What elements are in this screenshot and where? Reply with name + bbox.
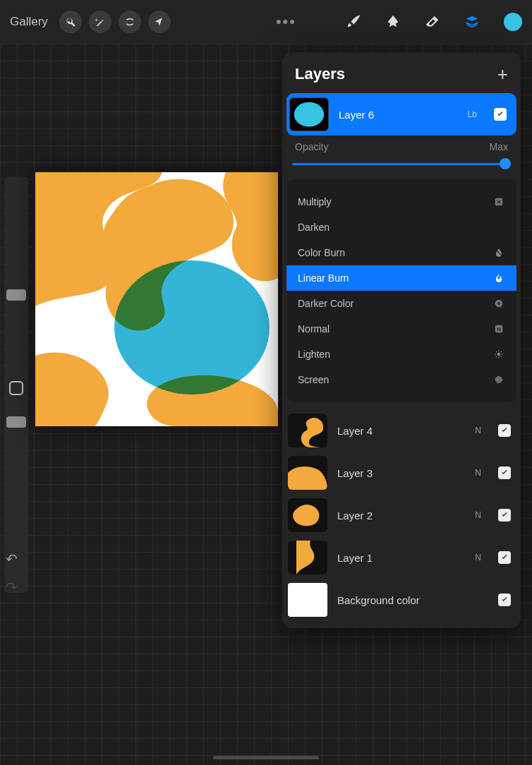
blend-mode-item[interactable]: Darken xyxy=(286,215,516,240)
undo-redo-group: ↶ ↷ xyxy=(6,550,18,596)
layer-row[interactable]: Layer 2N xyxy=(282,494,521,536)
moon-icon xyxy=(492,221,505,234)
layer-name: Layer 1 xyxy=(337,552,465,564)
layer-thumbnail xyxy=(288,498,327,532)
blend-mode-label: Color Burn xyxy=(298,247,345,258)
modifier-button[interactable] xyxy=(9,381,23,395)
layer-name: Layer 2 xyxy=(337,510,465,522)
N-icon: N xyxy=(492,323,505,335)
top-toolbar: Gallery ••• xyxy=(0,0,532,44)
layer-blendmode-tag: N xyxy=(475,553,481,562)
svg-text:N: N xyxy=(497,326,500,332)
wrench-icon[interactable] xyxy=(59,11,82,33)
blend-mode-label: Lighten xyxy=(298,349,330,360)
selection-icon[interactable] xyxy=(119,11,141,33)
flame-icon xyxy=(492,272,505,284)
canvas[interactable] xyxy=(35,172,278,426)
blend-mode-item[interactable]: Multiply xyxy=(286,189,516,215)
layer-blendmode-tag: N xyxy=(475,426,481,435)
layer-name: Layer 6 xyxy=(339,109,458,121)
blend-mode-label: Multiply xyxy=(298,196,331,207)
layers-icon[interactable] xyxy=(461,11,483,32)
eraser-icon[interactable] xyxy=(422,11,443,32)
layer-visibility-checkbox[interactable] xyxy=(498,594,511,606)
layer-name: Layer 4 xyxy=(337,425,465,437)
blend-mode-item[interactable]: Lighten xyxy=(286,342,516,367)
blend-mode-item[interactable]: Linear Burn xyxy=(286,265,516,291)
opacity-label: Opacity xyxy=(295,141,328,152)
sun-icon xyxy=(492,348,505,361)
plus-icon xyxy=(492,297,505,310)
brush-opacity-thumb[interactable] xyxy=(6,416,26,428)
smudge-icon[interactable] xyxy=(382,11,404,32)
blend-mode-label: Normal xyxy=(298,323,330,335)
svg-point-1 xyxy=(114,260,270,394)
layer-thumbnail xyxy=(288,541,327,574)
blend-mode-label: Darken xyxy=(298,222,330,233)
svg-point-2 xyxy=(294,102,324,127)
add-layer-button[interactable]: + xyxy=(497,67,508,81)
layer-row[interactable]: Layer 1N xyxy=(282,536,521,579)
blend-mode-label: Linear Burn xyxy=(298,272,349,284)
layer-thumbnail xyxy=(288,414,327,447)
left-slider-rail[interactable] xyxy=(4,176,28,593)
layer-thumbnail xyxy=(289,97,329,131)
move-icon[interactable] xyxy=(148,11,171,33)
hatch-icon xyxy=(492,373,505,386)
brush-size-thumb[interactable] xyxy=(6,289,26,301)
blend-mode-item[interactable]: Screen xyxy=(286,367,516,392)
undo-icon[interactable]: ↶ xyxy=(6,550,18,567)
layers-panel: Layers + Layer 6 Lb Opacity Max Multiply… xyxy=(282,52,521,628)
opacity-slider[interactable] xyxy=(292,155,511,172)
x-icon xyxy=(492,195,505,208)
layer-thumbnail xyxy=(288,583,327,617)
brush-icon[interactable] xyxy=(343,11,364,32)
layer-blendmode-tag: N xyxy=(475,468,481,478)
layer-name: Background color xyxy=(337,594,488,606)
layer-row-selected[interactable]: Layer 6 Lb xyxy=(286,93,516,135)
svg-point-7 xyxy=(497,353,501,356)
layer-row[interactable]: Layer 4N xyxy=(282,409,521,452)
wand-icon[interactable] xyxy=(89,11,111,33)
layer-blendmode-tag: Lb xyxy=(468,109,477,119)
blend-mode-label: Screen xyxy=(298,374,329,385)
more-icon[interactable]: ••• xyxy=(276,13,296,31)
layer-visibility-checkbox[interactable] xyxy=(498,466,511,479)
layer-name: Layer 3 xyxy=(337,467,465,479)
blend-mode-list: MultiplyDarkenColor BurnLinear BurnDarke… xyxy=(286,179,516,402)
layer-visibility-checkbox[interactable] xyxy=(498,551,511,564)
layer-visibility-checkbox[interactable] xyxy=(498,509,511,522)
layer-thumbnail xyxy=(288,456,327,490)
layer-blendmode-tag: N xyxy=(475,510,481,520)
blend-mode-label: Darker Color xyxy=(298,298,353,309)
layer-row[interactable]: Layer 3N xyxy=(282,452,521,494)
drop-icon xyxy=(492,246,505,259)
opacity-value: Max xyxy=(490,141,508,152)
layer-visibility-checkbox[interactable] xyxy=(498,424,511,437)
home-indicator xyxy=(213,756,319,759)
color-swatch[interactable] xyxy=(504,13,522,31)
gallery-button[interactable]: Gallery xyxy=(10,15,48,29)
blend-mode-item[interactable]: Darker Color xyxy=(286,291,516,316)
blend-mode-item[interactable]: Color Burn xyxy=(286,240,516,265)
layer-row-background[interactable]: Background color xyxy=(282,579,521,621)
panel-title: Layers xyxy=(295,65,345,83)
blend-mode-item[interactable]: NormalN xyxy=(286,316,516,342)
layer-visibility-checkbox[interactable] xyxy=(494,108,507,121)
redo-icon[interactable]: ↷ xyxy=(6,579,18,596)
opacity-row: Opacity Max xyxy=(282,135,521,155)
